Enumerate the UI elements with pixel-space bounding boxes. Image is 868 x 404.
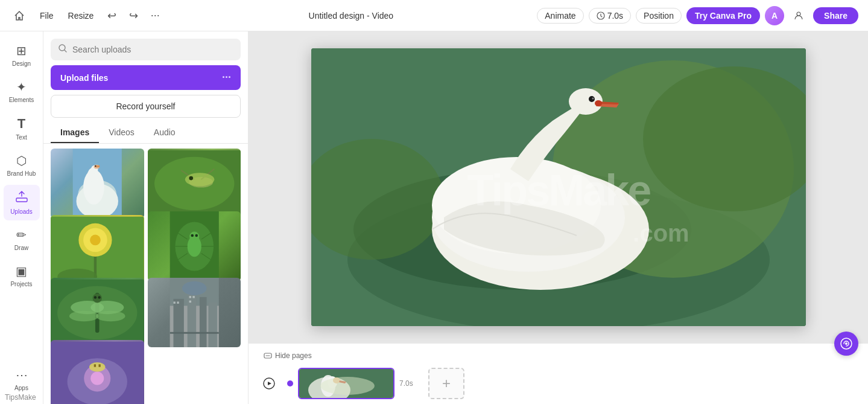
- add-segment-icon: +: [442, 375, 451, 392]
- svg-point-44: [96, 310, 125, 321]
- tab-videos[interactable]: Videos: [99, 123, 144, 143]
- topbar-nav: File Resize ↩ ↪ ···: [34, 6, 165, 25]
- topbar-right: Animate 7.0s Position Try Canva Pro A Sh…: [537, 6, 858, 25]
- image-dragonfly[interactable]: [51, 278, 144, 348]
- svg-point-37: [195, 234, 198, 237]
- svg-rect-63: [177, 301, 179, 303]
- more-options-button[interactable]: ···: [145, 6, 165, 25]
- svg-rect-2: [16, 198, 27, 202]
- timeline-duration: 7.0s: [399, 379, 423, 388]
- svg-rect-57: [173, 298, 183, 347]
- svg-point-24: [90, 234, 101, 245]
- svg-point-46: [94, 296, 97, 298]
- canva-assistant-button[interactable]: [834, 332, 858, 356]
- svg-point-92: [320, 377, 375, 395]
- svg-point-52: [89, 362, 105, 371]
- sidebar-item-design[interactable]: ⊞ Design: [4, 39, 40, 72]
- svg-point-79: [592, 98, 594, 100]
- sidebar-item-text[interactable]: T Text: [4, 111, 40, 146]
- svg-point-18: [185, 173, 214, 186]
- svg-rect-58: [187, 292, 195, 348]
- undo-button[interactable]: ↩: [102, 6, 121, 25]
- avatar[interactable]: A: [765, 6, 784, 25]
- svg-point-45: [93, 293, 102, 302]
- timeline-controls: 7.0s +: [258, 368, 858, 399]
- svg-point-47: [98, 296, 100, 298]
- timeline-scrubber-dot[interactable]: [287, 380, 293, 386]
- image-swan[interactable]: [51, 149, 144, 219]
- image-bee-flower[interactable]: [51, 340, 144, 404]
- svg-rect-54: [98, 365, 100, 367]
- image-city[interactable]: [148, 278, 241, 348]
- projects-icon: ▣: [16, 264, 27, 278]
- share-button[interactable]: Share: [813, 7, 858, 24]
- svg-point-35: [189, 231, 199, 241]
- sidebar-item-elements[interactable]: ✦ Elements: [4, 75, 40, 109]
- upload-files-button[interactable]: Upload files ···: [51, 65, 241, 90]
- sidebar-label-draw: Draw: [14, 245, 28, 252]
- svg-point-3: [59, 45, 65, 51]
- svg-point-1: [797, 12, 800, 16]
- animate-button[interactable]: Animate: [537, 8, 583, 24]
- image-green-bug[interactable]: [148, 211, 241, 281]
- timeline-segment-thumbnail: [299, 369, 393, 398]
- svg-rect-65: [192, 296, 194, 298]
- sidebar-item-projects[interactable]: ▣ Projects: [4, 259, 40, 293]
- svg-text:TipsMake: TipsMake: [467, 166, 650, 214]
- position-button[interactable]: Position: [636, 8, 682, 24]
- collaborators-button[interactable]: [789, 6, 808, 25]
- timeline-track: 7.0s +: [287, 368, 858, 399]
- topbar-left: File Resize ↩ ↪ ···: [10, 6, 165, 25]
- brand-hub-icon: ⬡: [16, 153, 27, 168]
- search-input[interactable]: [72, 45, 233, 54]
- images-grid: [43, 144, 248, 404]
- timer-value: 7.0s: [607, 11, 623, 21]
- sidebar-label-text: Text: [16, 134, 27, 141]
- redo-button[interactable]: ↪: [124, 6, 143, 25]
- svg-point-80: [595, 100, 602, 106]
- brand-name: TipsMake: [5, 393, 36, 402]
- sidebar: ⊞ Design ✦ Elements T Text ⬡ Brand Hub U…: [0, 31, 43, 404]
- upload-panel: Upload files ··· Record yourself Images …: [43, 31, 249, 404]
- image-grasshopper[interactable]: [148, 149, 241, 219]
- timeline-area: Hide pages: [249, 343, 868, 404]
- svg-rect-62: [173, 301, 175, 303]
- home-button[interactable]: [10, 6, 29, 25]
- upload-more-icon: ···: [222, 71, 231, 84]
- topbar-center: Untitled design - Video: [172, 11, 530, 21]
- canvas[interactable]: TipsMake .com: [311, 48, 806, 326]
- play-button[interactable]: [258, 373, 280, 394]
- elements-icon: ✦: [16, 80, 27, 94]
- tab-audio[interactable]: Audio: [144, 123, 185, 143]
- svg-rect-60: [208, 302, 217, 347]
- timeline-segment-main[interactable]: [298, 368, 394, 399]
- image-dandelion[interactable]: [51, 215, 144, 285]
- sidebar-item-draw[interactable]: ✏ Draw: [4, 223, 40, 257]
- resize-menu[interactable]: Resize: [62, 7, 100, 24]
- sidebar-item-uploads[interactable]: Uploads: [4, 185, 40, 220]
- svg-text:.com: .com: [633, 220, 689, 246]
- file-menu[interactable]: File: [34, 7, 60, 24]
- hide-pages-button[interactable]: Hide pages: [258, 348, 317, 363]
- svg-point-78: [589, 96, 595, 102]
- brand-footer: TipsMake: [0, 391, 41, 404]
- upload-files-label: Upload files: [60, 73, 108, 83]
- tab-images[interactable]: Images: [51, 123, 99, 143]
- svg-rect-53: [94, 365, 96, 367]
- try-canva-pro-button[interactable]: Try Canva Pro: [686, 7, 760, 24]
- sidebar-item-brand-hub[interactable]: ⬡ Brand Hub: [4, 149, 40, 182]
- record-yourself-button[interactable]: Record yourself: [51, 95, 241, 118]
- svg-rect-59: [199, 297, 206, 347]
- svg-rect-64: [189, 296, 191, 298]
- search-box[interactable]: [51, 39, 241, 60]
- timer-badge[interactable]: 7.0s: [589, 8, 631, 24]
- apps-icon: ⋯: [16, 368, 28, 382]
- add-segment-button[interactable]: +: [428, 368, 464, 399]
- svg-point-67: [182, 281, 206, 295]
- hide-pages-label: Hide pages: [275, 351, 312, 360]
- svg-point-84: [845, 342, 847, 345]
- media-tabs: Images Videos Audio: [43, 123, 248, 144]
- sidebar-label-uploads: Uploads: [10, 208, 33, 216]
- svg-point-51: [90, 372, 104, 385]
- sidebar-label-design: Design: [12, 60, 31, 68]
